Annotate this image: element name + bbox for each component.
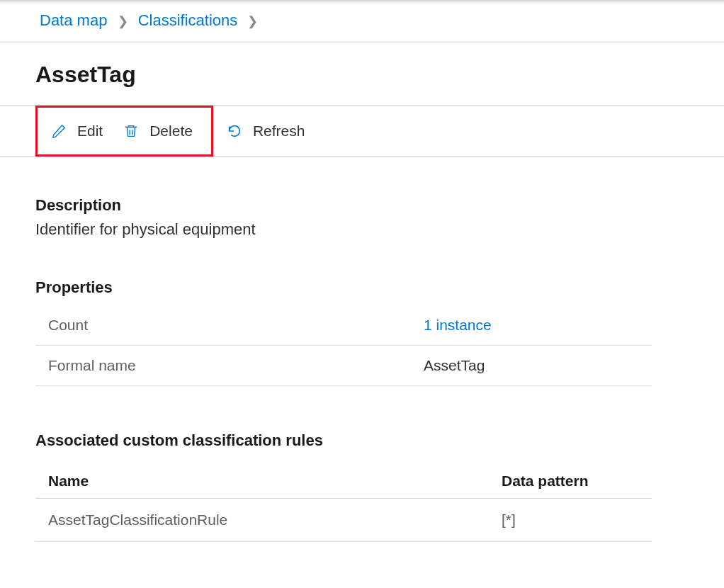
column-header-name[interactable]: Name bbox=[35, 464, 489, 499]
page-title: AssetTag bbox=[0, 43, 724, 105]
delete-label: Delete bbox=[149, 123, 193, 140]
property-value: AssetTag bbox=[411, 346, 652, 386]
delete-button[interactable]: Delete bbox=[115, 117, 200, 145]
refresh-label: Refresh bbox=[253, 123, 305, 140]
chevron-right-icon: ❯ bbox=[247, 13, 258, 29]
description-heading: Description bbox=[35, 196, 724, 215]
rule-name: AssetTagClassificationRule bbox=[35, 499, 489, 542]
refresh-icon bbox=[226, 123, 243, 140]
property-label: Formal name bbox=[35, 346, 411, 386]
properties-heading: Properties bbox=[35, 278, 724, 297]
description-text: Identifier for physical equipment bbox=[35, 220, 724, 239]
chevron-right-icon: ❯ bbox=[118, 13, 128, 29]
column-header-pattern[interactable]: Data pattern bbox=[489, 464, 652, 499]
breadcrumb-classifications[interactable]: Classifications bbox=[138, 11, 238, 29]
rules-table: Name Data pattern AssetTagClassification… bbox=[35, 464, 652, 542]
highlight-box: Edit Delete bbox=[35, 106, 213, 157]
property-row: Formal name AssetTag bbox=[35, 346, 652, 386]
property-value-link[interactable]: 1 instance bbox=[411, 305, 652, 346]
toolbar: Edit Delete Refresh bbox=[0, 105, 724, 157]
table-row: AssetTagClassificationRule [*] bbox=[35, 499, 652, 542]
properties-table: Count 1 instance Formal name AssetTag bbox=[35, 305, 652, 386]
refresh-button[interactable]: Refresh bbox=[219, 117, 312, 145]
property-row: Count 1 instance bbox=[35, 305, 652, 346]
trash-icon bbox=[123, 123, 140, 140]
associated-rules-heading: Associated custom classification rules bbox=[35, 431, 724, 450]
breadcrumb: Data map ❯ Classifications ❯ bbox=[0, 6, 724, 43]
edit-button[interactable]: Edit bbox=[43, 117, 110, 145]
rule-pattern: [*] bbox=[489, 499, 652, 542]
edit-label: Edit bbox=[77, 123, 103, 140]
breadcrumb-data-map[interactable]: Data map bbox=[40, 11, 107, 29]
pencil-icon bbox=[50, 123, 67, 140]
property-label: Count bbox=[35, 305, 411, 346]
